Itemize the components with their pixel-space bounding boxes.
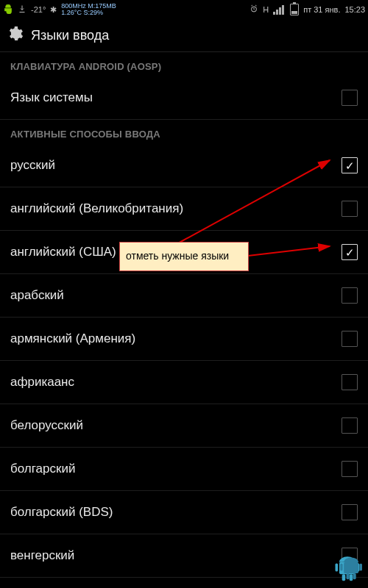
row-system-language[interactable]: Язык системы <box>0 76 368 120</box>
checkbox[interactable] <box>342 374 358 390</box>
page-title: Языки ввода <box>31 28 109 43</box>
row-label: английский (США) <box>10 245 116 259</box>
settings-list[interactable]: КЛАВИАТУРА ANDROID (AOSP) Язык системы А… <box>0 52 368 578</box>
svg-rect-7 <box>350 574 353 581</box>
row-label: африкаанс <box>10 375 74 390</box>
row-language[interactable]: болгарский <box>0 448 368 491</box>
adb-icon <box>3 4 13 15</box>
row-language[interactable]: белорусский <box>0 404 368 448</box>
row-label: армянский (Армения) <box>10 331 135 346</box>
row-label: болгарский (BDS) <box>10 505 113 520</box>
android-mascot-icon <box>331 551 364 584</box>
action-bar: Языки ввода <box>0 19 368 52</box>
row-label: русский <box>10 158 55 173</box>
row-label: белорусский <box>10 418 83 433</box>
checkbox[interactable] <box>342 417 358 434</box>
row-language[interactable]: болгарский (BDS) <box>0 491 368 534</box>
checkbox[interactable] <box>342 201 358 217</box>
row-label: болгарский <box>10 462 75 476</box>
annotation-callout: отметь нужные языки <box>119 242 249 271</box>
checkbox[interactable] <box>342 157 358 173</box>
download-icon <box>18 4 26 15</box>
status-date: пт 31 янв. <box>303 5 340 14</box>
checkbox[interactable] <box>342 461 358 477</box>
snowflake-icon: ✱ <box>50 5 57 15</box>
row-label: арабский <box>10 288 64 303</box>
cpu-monitor: 800MHz M:175MB 1.26°C S:29% <box>61 3 116 16</box>
status-bar: -21° ✱ 800MHz M:175MB 1.26°C S:29% H пт … <box>0 0 368 19</box>
battery-icon <box>290 4 299 15</box>
annotation-text: отметь нужные языки <box>126 250 229 262</box>
checkbox[interactable] <box>342 244 358 260</box>
row-language[interactable]: английский (Великобритания) <box>0 187 368 231</box>
row-label: Язык системы <box>10 90 93 105</box>
checkbox[interactable] <box>342 287 358 304</box>
checkbox[interactable] <box>342 331 358 347</box>
row-language[interactable]: русский <box>0 144 368 187</box>
settings-icon[interactable] <box>6 25 24 46</box>
alarm-icon <box>250 4 258 15</box>
cpu-line-2: 1.26°C S:29% <box>61 10 116 16</box>
network-type: H <box>263 5 269 14</box>
status-time: 15:23 <box>344 5 365 14</box>
row-language[interactable]: венгерский <box>0 534 368 578</box>
row-label: венгерский <box>10 548 74 563</box>
svg-rect-3 <box>336 564 339 572</box>
signal-icon <box>273 5 284 15</box>
svg-rect-10 <box>344 562 358 573</box>
screen: -21° ✱ 800MHz M:175MB 1.26°C S:29% H пт … <box>0 0 368 588</box>
svg-rect-9 <box>360 564 362 571</box>
row-language[interactable]: африкаанс <box>0 361 368 404</box>
checkbox[interactable] <box>342 504 358 520</box>
row-language[interactable]: арабский <box>0 274 368 318</box>
status-left: -21° ✱ 800MHz M:175MB 1.26°C S:29% <box>3 3 116 16</box>
checkbox[interactable] <box>342 90 358 106</box>
svg-rect-12 <box>353 573 356 579</box>
row-language[interactable]: армянский (Армения) <box>0 318 368 361</box>
section-header-keyboard: КЛАВИАТУРА ANDROID (AOSP) <box>0 52 368 76</box>
section-header-active: АКТИВНЫЕ СПОСОБЫ ВВОДА <box>0 120 368 144</box>
svg-rect-6 <box>342 574 346 581</box>
svg-rect-8 <box>340 564 342 571</box>
svg-rect-11 <box>347 573 350 579</box>
temp-text: -21° <box>31 5 46 14</box>
row-label: английский (Великобритания) <box>10 201 183 216</box>
status-right: H пт 31 янв. 15:23 <box>250 4 365 15</box>
